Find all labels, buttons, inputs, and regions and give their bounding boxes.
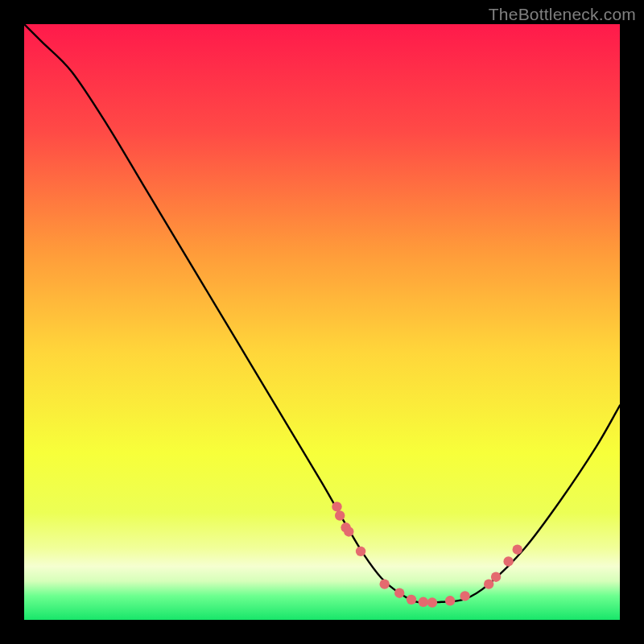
- data-point: [484, 579, 493, 588]
- data-point: [460, 591, 469, 601]
- data-point: [407, 595, 416, 605]
- data-point: [344, 526, 353, 536]
- data-point: [503, 556, 513, 566]
- data-point: [491, 572, 501, 582]
- watermark-text: TheBottleneck.com: [489, 5, 636, 24]
- data-point: [445, 596, 455, 605]
- chart-frame: [24, 24, 620, 620]
- data-point: [356, 547, 365, 556]
- data-point: [394, 588, 404, 598]
- gradient-background: [24, 24, 620, 620]
- data-point: [427, 597, 437, 607]
- data-point: [419, 597, 428, 607]
- data-point: [332, 502, 341, 511]
- data-point: [513, 544, 522, 554]
- bottleneck-chart: [24, 24, 620, 620]
- data-point: [335, 510, 345, 520]
- data-point: [380, 579, 390, 588]
